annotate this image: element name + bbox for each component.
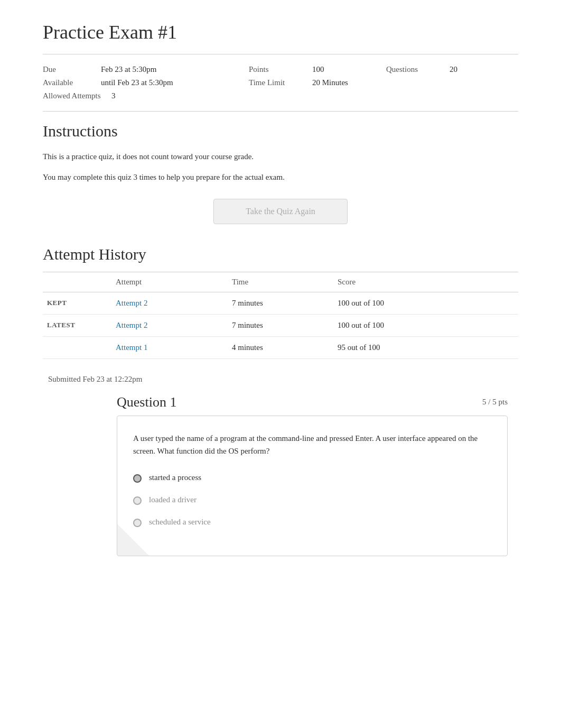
answer-text: loaded a driver xyxy=(149,495,197,504)
answer-text: started a process xyxy=(149,473,201,482)
radio-circle xyxy=(133,519,142,527)
table-row: LATESTAttempt 27 minutes100 out of 100 xyxy=(43,315,518,337)
row-time: 7 minutes xyxy=(228,292,333,315)
question-body: A user typed the name of a program at th… xyxy=(117,416,508,556)
row-label: LATEST xyxy=(43,315,111,337)
instructions-line-1: This is a practice quiz, it does not cou… xyxy=(43,151,518,163)
allowed-label: Allowed Attempts xyxy=(43,91,101,100)
due-label: Due xyxy=(43,65,101,74)
divider-2 xyxy=(43,111,518,112)
meta-row-2: Available until Feb 23 at 5:30pm Time Li… xyxy=(43,78,518,87)
question-text: A user typed the name of a program at th… xyxy=(133,432,491,457)
row-score: 95 out of 100 xyxy=(333,337,518,359)
row-label xyxy=(43,337,111,359)
row-time: 7 minutes xyxy=(228,315,333,337)
take-quiz-button[interactable]: Take the Quiz Again xyxy=(213,199,348,224)
col-header-score: Score xyxy=(333,272,518,292)
points-label: Points xyxy=(249,65,312,74)
answer-option: scheduled a service xyxy=(133,518,491,527)
available-label: Available xyxy=(43,78,101,87)
points-value: 100 xyxy=(312,65,354,74)
questions-value: 20 xyxy=(450,65,457,74)
divider-1 xyxy=(43,54,518,54)
row-attempt[interactable]: Attempt 1 xyxy=(111,337,228,359)
row-score: 100 out of 100 xyxy=(333,292,518,315)
meta-row-3: Allowed Attempts 3 xyxy=(43,91,518,100)
instructions-line-2: You may complete this quiz 3 times to he… xyxy=(43,171,518,183)
time-limit-label: Time Limit xyxy=(249,78,312,87)
question-points: 5 / 5 pts xyxy=(482,398,508,407)
answer-text: scheduled a service xyxy=(149,518,211,527)
row-attempt[interactable]: Attempt 2 xyxy=(111,292,228,315)
available-value: until Feb 23 at 5:30pm xyxy=(101,78,217,87)
row-time: 4 minutes xyxy=(228,337,333,359)
take-quiz-container: Take the Quiz Again xyxy=(43,199,518,224)
attempt-history-table: Attempt Time Score KEPTAttempt 27 minute… xyxy=(43,272,518,359)
question-container: Question 1 5 / 5 pts A user typed the na… xyxy=(117,394,508,556)
submitted-text: Submitted Feb 23 at 12:22pm xyxy=(43,375,518,384)
row-attempt[interactable]: Attempt 2 xyxy=(111,315,228,337)
row-score: 100 out of 100 xyxy=(333,315,518,337)
instructions-title: Instructions xyxy=(43,122,518,140)
attempt-history-title: Attempt History xyxy=(43,245,518,263)
time-limit-value: 20 Minutes xyxy=(312,78,348,87)
radio-circle xyxy=(133,474,142,483)
answers-container: started a processloaded a driverschedule… xyxy=(133,473,491,527)
meta-info: Due Feb 23 at 5:30pm Points 100 Question… xyxy=(43,65,518,100)
col-header-attempt: Attempt xyxy=(111,272,228,292)
question-title: Question 1 xyxy=(117,394,176,410)
col-header-status xyxy=(43,272,111,292)
radio-circle xyxy=(133,496,142,505)
due-value: Feb 23 at 5:30pm xyxy=(101,65,217,74)
table-row: Attempt 14 minutes95 out of 100 xyxy=(43,337,518,359)
allowed-value: 3 xyxy=(111,91,116,100)
page-title: Practice Exam #1 xyxy=(43,21,518,43)
answer-option: started a process xyxy=(133,473,491,483)
meta-row-1: Due Feb 23 at 5:30pm Points 100 Question… xyxy=(43,65,518,74)
table-row: KEPTAttempt 27 minutes100 out of 100 xyxy=(43,292,518,315)
table-header-row: Attempt Time Score xyxy=(43,272,518,292)
answer-option: loaded a driver xyxy=(133,495,491,505)
questions-label: Questions xyxy=(386,65,450,74)
row-label: KEPT xyxy=(43,292,111,315)
question-header: Question 1 5 / 5 pts xyxy=(117,394,508,410)
col-header-time: Time xyxy=(228,272,333,292)
